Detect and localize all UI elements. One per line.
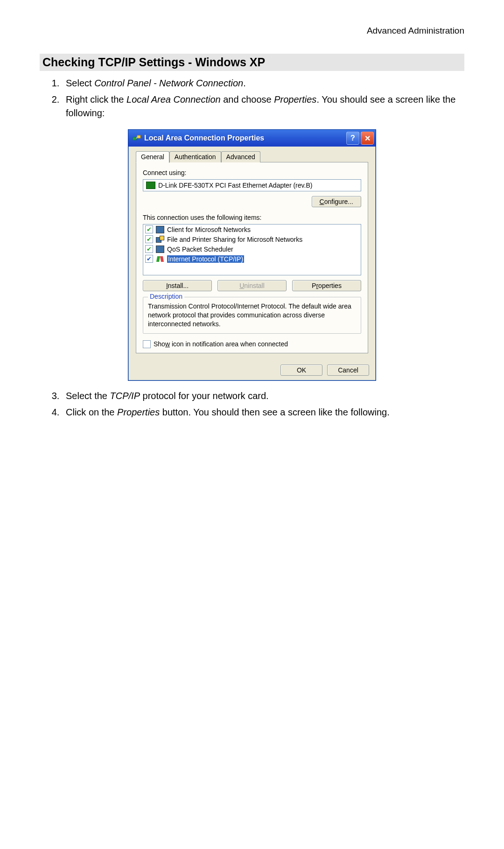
adapter-field[interactable]: D-Link DFE-530TX PCI Fast Ethernet Adapt… [143,179,361,191]
adapter-name: D-Link DFE-530TX PCI Fast Ethernet Adapt… [158,182,312,189]
checkbox-icon[interactable]: ✔ [145,255,153,263]
step3-i: TCP/IP [110,391,140,401]
tab-strip: General Authentication Advanced [136,151,368,162]
section-title: Checking TCP/IP Settings - Windows XP [40,54,464,71]
step1-a: Select [66,78,94,88]
help-button[interactable]: ? [346,132,359,145]
show-icon-label: Show icon in notification area when conn… [154,340,288,348]
tab-general[interactable]: General [136,151,169,163]
list-item-label: Client for Microsoft Networks [167,226,251,233]
step4-a: Click on the [66,407,117,417]
step-3: Select the TCP/IP protocol for your netw… [62,389,464,403]
properties-button[interactable]: PropertiesProperties [292,280,361,291]
service-icon [156,246,164,253]
list-item-selected[interactable]: ✔ Internet Protocol (TCP/IP) [143,254,361,264]
connect-using-label: Connect using: [143,169,361,176]
nic-icon [146,182,155,189]
list-item-label: QoS Packet Scheduler [167,246,233,253]
checkbox-icon[interactable]: ✔ [145,245,153,253]
description-label: Description [148,293,184,300]
ok-button[interactable]: OK [280,365,322,376]
step1-i: Control Panel - Network Connection [94,78,243,88]
step2-b: and choose [221,94,274,105]
list-item[interactable]: ✔ File and Printer Sharing for Microsoft… [143,234,361,244]
step3-a: Select the [66,391,110,401]
xp-dialog: Local Area Connection Properties ? ✕ Gen… [128,129,376,381]
step1-b: . [243,78,246,88]
install-button[interactable]: Install...Install... [143,280,212,291]
tab-authentication[interactable]: Authentication [169,151,221,162]
tab-panel-general: Connect using: D-Link DFE-530TX PCI Fast… [136,162,368,353]
connection-icon [132,133,141,143]
configure-button[interactable]: CConfigure...onfigure... [312,196,361,207]
list-item-label: File and Printer Sharing for Microsoft N… [167,236,302,243]
step2-a: Right click the [66,94,126,105]
checkbox-icon[interactable]: ✔ [145,235,153,243]
step2-i1: Local Area Connection [126,94,221,105]
svg-rect-1 [137,135,140,138]
step-1: Select Control Panel - Network Connectio… [62,77,464,90]
uninstall-button: UninstallUninstall [217,280,287,291]
description-group: Description Transmission Control Protoco… [143,297,361,334]
service-icon [156,236,164,243]
step4-b: button. You should then see a screen lik… [160,407,390,417]
xp-titlebar[interactable]: Local Area Connection Properties ? ✕ [128,130,376,147]
page-header-right: Advanced Administration [40,26,464,36]
step3-b: protocol for your network card. [140,391,269,401]
close-button[interactable]: ✕ [361,132,374,145]
show-icon-row[interactable]: ✔ Show icon in notification area when co… [143,340,361,348]
protocol-icon [156,255,164,263]
cancel-button[interactable]: Cancel [327,365,369,376]
checkbox-icon[interactable]: ✔ [145,225,153,233]
description-text: Transmission Control Protocol/Internet P… [148,302,356,329]
dialog-title: Local Area Connection Properties [144,134,346,142]
list-item-label: Internet Protocol (TCP/IP) [167,255,244,263]
service-icon [156,226,164,233]
step-2: Right click the Local Area Connection an… [62,93,464,120]
items-label: This connection uses the following items… [143,214,361,221]
show-icon-checkbox[interactable]: ✔ [143,340,151,348]
step2-i2: Properties [274,94,316,105]
list-item[interactable]: ✔ QoS Packet Scheduler [143,244,361,254]
tab-advanced[interactable]: Advanced [221,151,260,162]
items-listbox[interactable]: ✔ Client for Microsoft Networks ✔ File a… [143,224,361,275]
step4-i: Properties [117,407,160,417]
svg-rect-0 [133,137,136,140]
step-4: Click on the Properties button. You shou… [62,406,464,419]
list-item[interactable]: ✔ Client for Microsoft Networks [143,225,361,234]
